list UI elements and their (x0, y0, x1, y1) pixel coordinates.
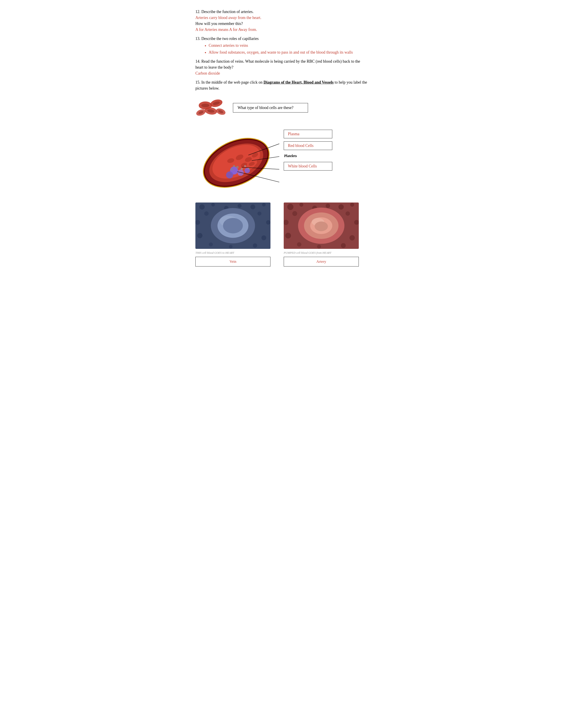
vessel-labels: Plasma Red blood Cells Platelets White b… (284, 130, 332, 172)
svg-point-51 (229, 245, 232, 248)
svg-point-62 (350, 203, 354, 207)
q13-bullet1: Connect arteries to veins (209, 43, 368, 49)
svg-point-24 (226, 171, 233, 178)
q12-answer1: Arteries carry blood away from the heart… (195, 15, 261, 20)
svg-point-76 (315, 221, 328, 231)
question-13: 13. Describe the two roles of capillarie… (195, 36, 368, 55)
q14-number: 14. (195, 59, 200, 64)
q15-number: 15. (195, 80, 200, 84)
svg-point-55 (223, 218, 243, 233)
svg-point-70 (341, 243, 346, 248)
wbc-label-entry: White blood Cells (284, 162, 332, 171)
svg-point-47 (197, 233, 202, 238)
wbc-label-box: White blood Cells (284, 162, 332, 171)
svg-point-38 (211, 203, 215, 206)
svg-point-71 (317, 245, 321, 249)
plasma-label-box: Plasma (284, 130, 332, 138)
svg-point-46 (266, 220, 270, 225)
svg-point-66 (354, 220, 359, 225)
svg-point-26 (236, 166, 239, 169)
question-15: 15. In the middle of the web page click … (195, 79, 368, 91)
red-blood-cells-image (195, 97, 226, 119)
svg-point-29 (244, 165, 246, 167)
blood-cell-question-section: What type of blood cells are these? (195, 97, 368, 119)
q15-text-start: In the middle of the web page click on (201, 80, 263, 84)
right-caption: PUMPED cell blood GOES from HEART (284, 251, 332, 255)
svg-point-68 (350, 235, 355, 240)
svg-point-40 (237, 204, 241, 208)
rbc-label-entry: Red blood Cells (284, 141, 332, 150)
svg-point-58 (300, 203, 304, 207)
q13-number: 13. (195, 36, 200, 41)
svg-point-28 (233, 165, 235, 167)
left-vessel-photo (195, 203, 270, 249)
svg-point-60 (326, 204, 330, 208)
q12-text: Describe the function of arteries. (201, 9, 253, 14)
left-answer: Vein (229, 259, 236, 264)
q13-bullets: Connect arteries to veins Allow food sub… (209, 43, 368, 55)
svg-point-23 (237, 170, 244, 176)
vessel-diagram-image (195, 123, 279, 194)
svg-point-69 (297, 242, 302, 247)
svg-point-61 (339, 204, 344, 210)
q13-text: Describe the two roles of capillaries (201, 36, 258, 41)
svg-point-42 (262, 203, 265, 206)
left-vessel-block: THIS cell blood GOES to HEART Vein (195, 203, 270, 266)
svg-point-63 (292, 211, 297, 216)
svg-point-27 (241, 168, 243, 170)
q12-number: 12. (195, 9, 200, 14)
right-answer: Artery (317, 259, 326, 264)
svg-point-37 (199, 204, 205, 210)
plasma-label-entry: Plasma (284, 130, 332, 138)
platelets-label-entry: Platelets (284, 153, 332, 159)
platelets-label: Platelets (284, 153, 297, 159)
svg-point-48 (261, 235, 266, 240)
vessel-diagram-section: Plasma Red blood Cells Platelets White b… (195, 123, 368, 194)
q12-answer3: A for Arteries means A for Away from. (195, 27, 257, 32)
q14-answer: Carbon dioxide (195, 71, 220, 75)
svg-point-1 (201, 104, 209, 107)
svg-point-41 (250, 205, 255, 209)
svg-point-44 (257, 212, 261, 216)
blood-cell-type-box: What type of blood cells are these? (233, 103, 308, 113)
rbc-label-box: Red blood Cells (284, 141, 332, 150)
q15-link[interactable]: Diagrams of the Heart, Blood and Vessels (263, 80, 334, 84)
q13-bullet2: Allow food substances, oxygen, and waste… (209, 49, 368, 55)
bottom-images-section: THIS cell blood GOES to HEART Vein (195, 203, 368, 266)
svg-point-43 (204, 211, 209, 216)
svg-point-45 (195, 220, 200, 225)
question-14: 14. Read the function of veins. What mol… (195, 58, 368, 76)
left-answer-box: Vein (195, 257, 270, 266)
left-caption: THIS cell blood GOES to HEART (195, 251, 234, 255)
right-answer-box: Artery (284, 257, 359, 266)
svg-point-57 (287, 204, 294, 210)
right-vessel-block: PUMPED cell blood GOES from HEART Artery (284, 203, 359, 266)
svg-point-50 (253, 243, 257, 248)
q12-answer2: How will you remember this? (195, 21, 243, 26)
svg-point-49 (209, 242, 213, 246)
right-vessel-photo (284, 203, 359, 249)
svg-point-64 (346, 211, 350, 216)
svg-point-30 (231, 168, 233, 171)
question-12: 12. Describe the function of arteries. A… (195, 9, 368, 33)
q14-text: Read the function of veins. What molecul… (195, 59, 360, 69)
svg-point-67 (285, 233, 291, 238)
